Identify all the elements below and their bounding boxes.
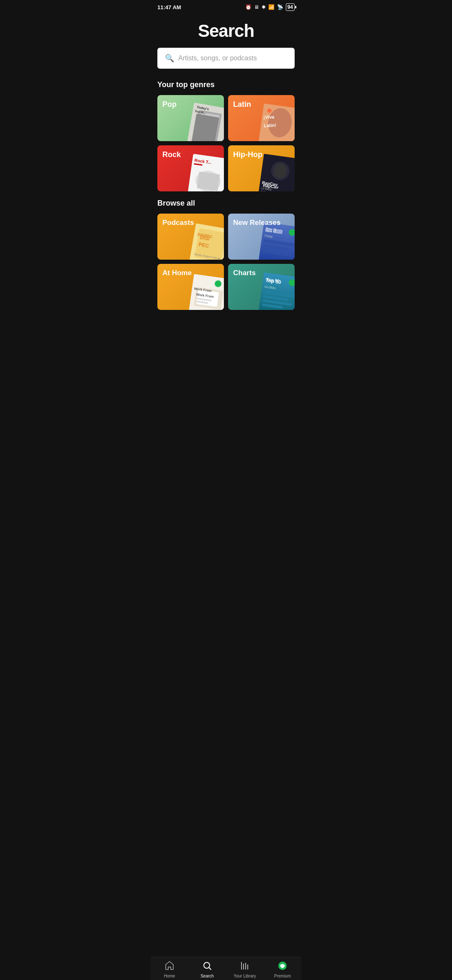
browse-grid: Podcasts DIS/ PEC Spotify Original Podca… <box>151 214 301 310</box>
browse-card-athome[interactable]: At Home Work From <box>157 264 224 310</box>
search-bar-container: 🔍 Artists, songs, or podcasts <box>151 48 301 77</box>
browse-label-athome: At Home <box>162 269 192 277</box>
status-icons: ⏰ 🖥 ✱ 📶 📡 94 <box>245 3 295 11</box>
latin-art-svg: ¡Viva Latin! <box>259 103 295 141</box>
top-genres-header: Your top genres <box>151 77 301 95</box>
page-title: Search <box>157 21 295 41</box>
wifi-icon: 📡 <box>277 4 283 10</box>
alarm-icon: ⏰ <box>245 4 252 10</box>
charts-art-svg: Top 50 GLOBAL <box>259 272 295 310</box>
browse-label-charts: Charts <box>233 269 256 277</box>
genre-grid: Pop Today's Top Hi... Latin ¡Viva <box>151 95 301 191</box>
svg-text:¡Viva: ¡Viva <box>263 114 275 120</box>
browse-card-podcasts[interactable]: Podcasts DIS/ PEC Spotify Original Podca… <box>157 214 224 260</box>
svg-text:Latin!: Latin! <box>264 123 276 128</box>
battery-indicator: 94 <box>286 3 295 11</box>
podcasts-cover-art: DIS/ PEC Spotify Original Podcast <box>190 223 224 260</box>
rock-art-svg: Rock T... <box>188 154 224 191</box>
charts-cover-art: Top 50 GLOBAL <box>259 272 295 310</box>
screen-icon: 🖥 <box>254 4 259 10</box>
search-icon: 🔍 <box>165 54 174 63</box>
genre-card-rock[interactable]: Rock Rock T... <box>157 145 224 191</box>
browse-card-newreleases[interactable]: New Releases New Music Friday <box>228 214 295 260</box>
browse-label-podcasts: Podcasts <box>162 219 194 227</box>
athome-cover-art: Work From <box>189 274 224 310</box>
genre-card-pop[interactable]: Pop Today's Top Hi... <box>157 95 224 141</box>
hiphop-art-svg: RapCav Lil Baby & Gunn <box>259 154 295 191</box>
svg-point-3 <box>200 121 215 140</box>
search-bar[interactable]: 🔍 Artists, songs, or podcasts <box>157 48 295 69</box>
pop-cover-art: Today's Top Hi... <box>187 103 224 141</box>
browse-label-newreleases: New Releases <box>233 219 280 227</box>
athome-art-svg: Work From <box>189 274 224 310</box>
podcasts-art-svg: DIS/ PEC Spotify Original Podcast <box>190 223 224 260</box>
status-bar: 11:47 AM ⏰ 🖥 ✱ 📶 📡 94 <box>151 0 301 13</box>
genre-label-pop: Pop <box>162 100 177 109</box>
latin-cover-art: ¡Viva Latin! <box>259 103 295 141</box>
bluetooth-icon: ✱ <box>262 4 266 10</box>
newreleases-art-svg: New Music Friday <box>259 222 295 260</box>
genre-label-hiphop: Hip-Hop <box>233 150 262 159</box>
rock-cover-art: Rock T... <box>188 154 224 191</box>
genre-label-latin: Latin <box>233 100 251 109</box>
page-header: Search <box>151 13 301 48</box>
signal-icon: 📶 <box>268 4 275 10</box>
browse-card-charts[interactable]: Charts Top 50 GLOBAL <box>228 264 295 310</box>
browse-all-header: Browse all <box>151 196 301 214</box>
genre-card-hiphop[interactable]: Hip-Hop RapCav Lil Baby & Gunn <box>228 145 295 191</box>
genre-label-rock: Rock <box>162 150 181 159</box>
newreleases-cover-art: New Music Friday <box>259 222 295 260</box>
search-placeholder: Artists, songs, or podcasts <box>178 54 257 62</box>
hiphop-cover-art: RapCav Lil Baby & Gunn <box>259 154 295 191</box>
pop-art-svg: Today's Top Hi... <box>187 103 224 141</box>
svg-rect-15 <box>197 172 220 191</box>
status-time: 11:47 AM <box>157 4 181 10</box>
genre-card-latin[interactable]: Latin ¡Viva Latin! <box>228 95 295 141</box>
